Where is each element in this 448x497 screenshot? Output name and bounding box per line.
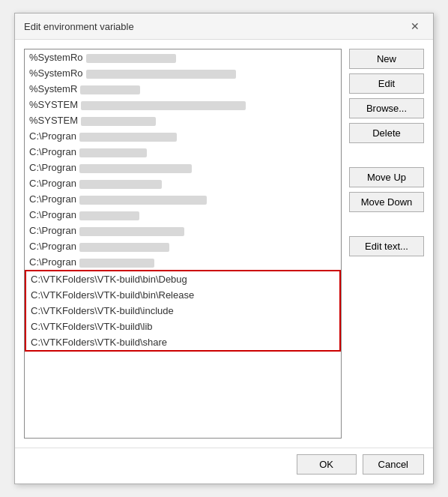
list-item[interactable]: C:\Progran <box>25 191 341 207</box>
dialog-title: Edit environment variable <box>24 21 134 32</box>
dialog-footer: OK Cancel <box>15 448 433 484</box>
title-bar: Edit environment variable ✕ <box>15 13 433 40</box>
list-item[interactable]: C:\Progran <box>25 160 341 175</box>
list-item[interactable]: C:\Progran <box>25 223 341 238</box>
list-item[interactable]: %SystemRo <box>25 49 341 65</box>
close-button[interactable]: ✕ <box>406 19 424 33</box>
list-item[interactable]: C:\VTKFolders\VTK-build\bin\Debug <box>26 271 339 287</box>
delete-button[interactable]: Delete <box>349 123 424 143</box>
list-item[interactable]: C:\Progran <box>25 238 341 254</box>
list-item[interactable]: C:\VTKFolders\VTK-build\bin\Release <box>26 287 339 303</box>
cancel-button[interactable]: Cancel <box>363 454 424 475</box>
action-buttons: New Edit Browse... Delete Move Up Move D… <box>349 49 424 439</box>
env-variable-list[interactable]: %SystemRo%SystemRo%SystemR%SYSTEM%SYSTEM… <box>24 49 342 439</box>
browse-button[interactable]: Browse... <box>349 98 424 118</box>
list-item[interactable]: C:\Progran <box>25 207 341 223</box>
list-item[interactable]: %SystemRo <box>25 65 341 81</box>
list-item[interactable]: %SYSTEM <box>25 97 341 112</box>
move-up-button[interactable]: Move Up <box>349 167 424 187</box>
list-item[interactable]: C:\VTKFolders\VTK-build\include <box>26 303 339 319</box>
list-item[interactable]: C:\Progran <box>25 175 341 191</box>
list-item[interactable]: %SYSTEM <box>25 112 341 128</box>
move-down-button[interactable]: Move Down <box>349 192 424 212</box>
edit-button[interactable]: Edit <box>349 73 424 94</box>
new-button[interactable]: New <box>349 49 424 69</box>
edit-text-button[interactable]: Edit text... <box>349 236 424 256</box>
list-item[interactable]: C:\Progran <box>25 144 341 160</box>
list-item[interactable]: C:\Progran <box>25 254 341 270</box>
highlighted-items-group: C:\VTKFolders\VTK-build\bin\DebugC:\VTKF… <box>25 270 341 352</box>
list-item[interactable]: C:\VTKFolders\VTK-build\share <box>26 334 339 350</box>
ok-button[interactable]: OK <box>297 454 357 475</box>
list-item[interactable]: C:\VTKFolders\VTK-build\lib <box>26 319 339 334</box>
edit-env-variable-dialog: Edit environment variable ✕ %SystemRo%Sy… <box>14 13 434 484</box>
list-item[interactable]: C:\Progran <box>25 128 341 144</box>
dialog-body: %SystemRo%SystemRo%SystemR%SYSTEM%SYSTEM… <box>15 40 433 448</box>
list-item[interactable]: %SystemR <box>25 81 341 97</box>
